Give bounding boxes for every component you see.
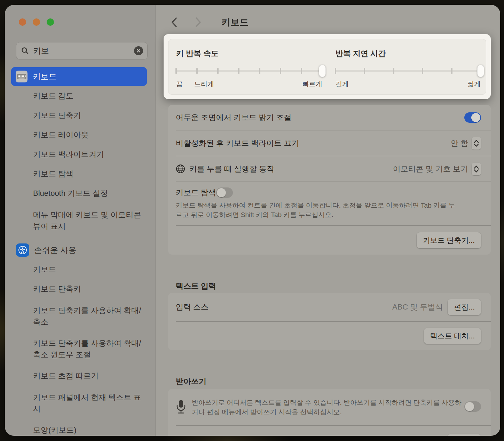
input-source-value: ABC 및 두벌식 <box>392 302 443 312</box>
dictation-section-header: 받아쓰기 <box>176 376 206 387</box>
sidebar-item-a11y-shortcuts[interactable]: 키보드 단축키 <box>5 279 156 299</box>
sidebar-item-a11y-panel-text[interactable]: 키보드 패널에서 현재 텍스트 표시 <box>5 388 151 418</box>
close-window-button[interactable] <box>19 18 26 26</box>
system-settings-window: 키보 키보드 키 <box>5 5 500 436</box>
sidebar-item-menubar-viewer[interactable]: 메뉴 막대에 키보드 및 이모티콘 뷰어 표시 <box>5 205 151 236</box>
slider-tick <box>451 68 452 74</box>
slider-tick <box>364 68 365 74</box>
forward-button[interactable] <box>194 15 208 29</box>
dictation-description: 받아쓰기로 어디서든 텍스트를 입력할 수 있습니다. 받아쓰기를 시작하려면 … <box>192 398 464 417</box>
edit-input-sources-button[interactable]: 편집... <box>448 299 481 315</box>
backlight-off-row: 비활성화된 후 키보드 백라이트 끄기 안 함 <box>168 130 491 156</box>
dictation-row: 받아쓰기로 어디서든 텍스트를 입력할 수 있습니다. 받아쓰기를 시작하려면 … <box>168 389 491 425</box>
sidebar-item-keyboard-backlight[interactable]: 키보드 백라이트켜기 <box>5 145 156 164</box>
dictation-card: 받아쓰기로 어디서든 텍스트를 입력할 수 있습니다. 받아쓰기를 시작하려면 … <box>168 389 491 436</box>
keyboard-nav-row: 키보드 탐색 키보드 탐색을 사용하여 컨트롤 간에 초점을 이동합니다. 초점… <box>168 182 491 225</box>
backlight-off-label: 비활성화된 후 키보드 백라이트 끄기 <box>176 138 299 149</box>
text-input-section-header: 텍스트 입력 <box>176 281 216 291</box>
sidebar-item-a11y-zoom-shortcut[interactable]: 키보드 단축키를 사용하여 확대/축소 <box>5 301 151 331</box>
sidebar-group-label: 손쉬운 사용 <box>34 245 76 256</box>
sidebar-item-keyboard-selected[interactable]: 키보드 <box>11 67 147 86</box>
highlighted-repeat-settings: 키 반복 속도 끔 느리게 빠르게 반복 지연 시간 길게 짧게 <box>164 34 491 99</box>
globe-action-label: 키를 누를 때 실행할 동작 <box>189 164 274 174</box>
zoom-window-button[interactable] <box>47 18 54 26</box>
dictation-language-row: 언어 한국어(대한민국) 편집... <box>168 426 491 436</box>
slider-label-off: 끔 <box>176 80 183 89</box>
input-source-label: 입력 소스 <box>176 302 208 312</box>
sidebar-item-a11y-zoom-window[interactable]: 키보드 단축키를 사용하여 확대/축소 윈도우 조절 <box>5 334 151 364</box>
sidebar-group-accessibility[interactable]: 손쉬운 사용 <box>16 243 76 257</box>
clear-search-icon[interactable] <box>134 46 143 55</box>
slider-label-slow: 느리게 <box>194 80 214 89</box>
backlight-off-value: 안 함 <box>451 138 468 149</box>
brightness-label: 어두운 조명에서 키보드 밝기 조절 <box>176 112 291 123</box>
slider-tick <box>259 68 260 74</box>
page-title: 키보드 <box>221 16 249 29</box>
sidebar-item-a11y-focus-follow[interactable]: 키보드 초점 따르기 <box>5 366 156 386</box>
globe-action-row: 키를 누를 때 실행할 동작 이모티콘 및 기호 보기 <box>168 156 491 182</box>
repeat-delay-label: 반복 지연 시간 <box>336 48 386 59</box>
slider-thumb[interactable] <box>319 65 326 77</box>
brightness-row: 어두운 조명에서 키보드 밝기 조절 <box>168 105 491 130</box>
text-replacement-button[interactable]: 텍스트 대치... <box>424 328 481 344</box>
slider-tick <box>196 68 198 74</box>
slider-tick <box>175 68 177 74</box>
window-controls <box>19 18 54 26</box>
slider-track[interactable] <box>336 70 481 72</box>
slider-label-fast: 빠르게 <box>302 80 322 89</box>
input-source-row: 입력 소스 ABC 및 두벌식 편집... <box>168 293 491 321</box>
slider-tick <box>217 68 219 74</box>
repeat-delay-group: 반복 지연 시간 길게 짧게 <box>336 39 481 95</box>
slider-label-short: 짧게 <box>467 80 481 89</box>
slider-label-long: 길게 <box>336 80 349 89</box>
slider-tick <box>335 68 336 74</box>
globe-icon <box>176 164 185 174</box>
backlight-off-select[interactable] <box>472 137 481 150</box>
text-input-card: 입력 소스 ABC 및 두벌식 편집... 텍스트 대치... <box>168 293 491 350</box>
repeat-delay-slider[interactable] <box>336 69 481 73</box>
slider-thumb[interactable] <box>477 65 484 77</box>
microphone-icon <box>176 399 186 414</box>
slider-tick <box>280 68 281 74</box>
sidebar-keyboard-results: 키보드 감도 키보드 단축키 키보드 레이아웃 키보드 백라이트켜기 키보드 탐… <box>5 86 156 238</box>
slider-track[interactable] <box>176 70 322 72</box>
sidebar-item-keyboard-layout[interactable]: 키보드 레이아웃 <box>5 125 156 145</box>
dictation-toggle[interactable] <box>464 401 481 412</box>
text-replacement-row: 텍스트 대치... <box>168 322 491 350</box>
sidebar-accessibility-results: 키보드 키보드 단축키 키보드 단축키를 사용하여 확대/축소 키보드 단축키를… <box>5 260 156 436</box>
slider-tick <box>393 68 394 74</box>
search-input[interactable]: 키보 <box>16 42 148 59</box>
keyboard-app-icon <box>15 70 28 83</box>
minimize-window-button[interactable] <box>33 18 40 26</box>
content-pane: 키보드 키 반복 속도 끔 느리게 빠르게 반복 지연 시간 <box>156 5 500 436</box>
search-icon <box>21 47 29 55</box>
search-query-text: 키보 <box>33 46 134 56</box>
sidebar-item-bluetooth-keyboard[interactable]: Bluetooth 키보드 설정 <box>5 184 156 203</box>
keyboard-nav-label: 키보드 탐색 <box>176 187 216 198</box>
key-repeat-rate-group: 키 반복 속도 끔 느리게 빠르게 <box>176 39 322 95</box>
globe-action-select[interactable] <box>472 163 481 175</box>
keyboard-nav-toggle[interactable] <box>216 187 233 198</box>
sidebar-item-keyboard-shortcuts[interactable]: 키보드 단축키 <box>5 106 156 125</box>
keyboard-settings-card: 어두운 조명에서 키보드 밝기 조절 비활성화된 후 키보드 백라이트 끄기 안… <box>168 105 491 255</box>
globe-action-value: 이모티콘 및 기호 보기 <box>393 164 468 174</box>
back-button[interactable] <box>170 15 184 29</box>
brightness-toggle[interactable] <box>464 112 481 123</box>
slider-tick <box>422 68 423 74</box>
sidebar: 키보 키보드 키 <box>5 5 156 436</box>
key-repeat-rate-slider[interactable] <box>176 69 322 73</box>
sidebar-item-a11y-appearance[interactable]: 모양(키보드) <box>5 420 156 436</box>
accessibility-icon <box>16 243 29 257</box>
edit-language-button[interactable]: 편집... <box>448 434 481 436</box>
sidebar-item-keyboard-navigation[interactable]: 키보드 탐색 <box>5 164 156 184</box>
repeat-settings-panel: 키 반복 속도 끔 느리게 빠르게 반복 지연 시간 길게 짧게 <box>168 39 486 95</box>
slider-tick <box>238 68 239 74</box>
sidebar-item-label: 키보드 <box>33 71 57 82</box>
keyboard-nav-description: 키보드 탐색을 사용하여 컨트롤 간에 초점을 이동합니다. 초점을 앞으로 이… <box>176 201 458 219</box>
sidebar-item-a11y-keyboard[interactable]: 키보드 <box>5 260 156 279</box>
navigation-bar: 키보드 <box>170 15 249 29</box>
sidebar-item-keyboard-sensitivity[interactable]: 키보드 감도 <box>5 86 156 106</box>
shortcuts-button-row: 키보드 단축키... <box>168 226 491 255</box>
keyboard-shortcuts-button[interactable]: 키보드 단축키... <box>417 232 481 248</box>
slider-tick <box>301 68 302 74</box>
